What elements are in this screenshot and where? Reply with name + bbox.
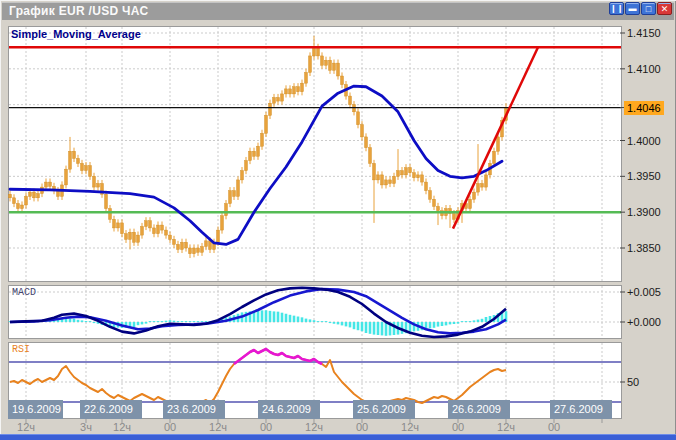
candle <box>277 98 280 102</box>
candle <box>409 168 412 173</box>
candle <box>385 180 388 185</box>
candle <box>493 151 496 163</box>
time-label: 00 <box>155 421 185 434</box>
candle <box>45 182 48 187</box>
window-bottom-border <box>0 434 676 440</box>
candle <box>497 137 500 151</box>
candle <box>17 204 20 209</box>
candle <box>241 171 244 180</box>
price-axis-label: 1.3950 <box>627 169 661 183</box>
candle <box>373 163 376 179</box>
candle <box>433 199 436 206</box>
candle <box>153 228 156 234</box>
candle <box>473 192 476 199</box>
candle <box>265 115 268 133</box>
candle <box>365 137 368 148</box>
price-axis-label: 1.4150 <box>627 26 661 40</box>
candle <box>381 175 384 185</box>
candle <box>117 223 120 228</box>
candle <box>137 235 140 242</box>
candle <box>49 182 52 186</box>
candle <box>225 204 228 216</box>
candle <box>109 209 112 220</box>
price-axis-label: 1.4000 <box>627 134 661 148</box>
candle <box>33 192 36 198</box>
time-label: 12ч <box>203 421 233 434</box>
candle <box>357 112 360 125</box>
candle <box>333 63 336 70</box>
candle <box>237 180 240 196</box>
candle <box>69 151 72 169</box>
candle <box>93 176 96 187</box>
candle <box>129 232 132 239</box>
price-axis-label: 1.3850 <box>627 241 661 255</box>
candle <box>261 133 264 146</box>
candle <box>485 175 488 187</box>
candle <box>253 151 256 156</box>
candle <box>477 184 480 193</box>
candle <box>309 56 312 72</box>
candle <box>453 214 456 220</box>
date-box: 26.6.2009 <box>448 400 510 419</box>
candle <box>329 60 332 70</box>
current-price-label: 1.4046 <box>624 101 664 115</box>
chart-canvas[interactable] <box>0 0 676 440</box>
candle <box>125 234 128 240</box>
candle <box>377 175 380 180</box>
time-label: 00 <box>347 421 377 434</box>
candle <box>21 205 24 209</box>
candle <box>169 235 172 239</box>
candle <box>217 230 220 242</box>
candle <box>201 247 204 253</box>
macd-panel <box>9 286 622 339</box>
candle <box>293 87 296 94</box>
candle <box>301 83 304 92</box>
candle <box>221 216 224 230</box>
price-axis-label: 1.3900 <box>627 205 661 219</box>
candle <box>25 196 28 205</box>
candle <box>177 244 180 249</box>
candle <box>337 63 340 76</box>
candle <box>37 194 40 198</box>
candle <box>469 199 472 208</box>
candle <box>297 87 300 92</box>
candle <box>181 242 184 249</box>
candle <box>65 169 68 185</box>
candle <box>121 223 124 234</box>
date-box: 25.6.2009 <box>353 400 415 419</box>
candle <box>149 221 152 228</box>
candle <box>73 151 76 158</box>
time-label: 12ч <box>11 421 41 434</box>
candle <box>257 146 260 156</box>
candle <box>89 166 92 177</box>
time-label: 00 <box>539 421 569 434</box>
candle <box>421 175 424 182</box>
candle <box>161 225 164 230</box>
date-box: 23.6.2009 <box>163 400 225 419</box>
candle <box>341 76 344 85</box>
candle <box>9 194 12 198</box>
time-label: 12ч <box>395 421 425 434</box>
candle <box>317 47 320 56</box>
macd-axis-label: +0.000 <box>627 315 661 329</box>
macd-indicator-label: MACD <box>12 287 36 298</box>
candle <box>413 173 416 178</box>
candle <box>197 248 200 252</box>
candle <box>321 56 324 65</box>
candle <box>481 184 484 188</box>
candle <box>233 191 236 197</box>
macd-axis-label: +0.005 <box>627 285 661 299</box>
rsi-axis-label: 50 <box>627 375 639 389</box>
time-label: 3ч <box>71 421 101 434</box>
candle <box>361 125 364 137</box>
candle <box>437 206 440 210</box>
candle <box>245 161 248 171</box>
candle <box>105 194 108 208</box>
candle <box>325 60 328 65</box>
candle <box>13 198 16 204</box>
date-box: 22.6.2009 <box>80 400 142 419</box>
time-label: 12ч <box>491 421 521 434</box>
candle <box>349 96 352 105</box>
candle <box>285 89 288 94</box>
price-axis-label: 1.4100 <box>627 62 661 76</box>
